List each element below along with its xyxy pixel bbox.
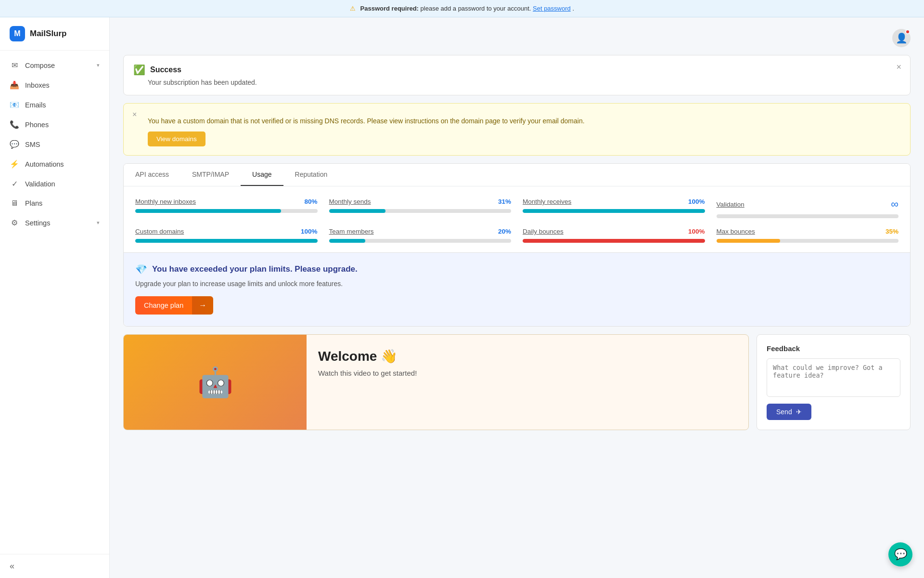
chat-bubble-button[interactable]: 💬 (888, 542, 912, 566)
sidebar-item-plans[interactable]: 🖥 Plans (0, 194, 109, 213)
usage-label[interactable]: Custom domains (135, 228, 184, 235)
feedback-title: Feedback (767, 344, 900, 353)
chevron-down-icon: ▾ (97, 220, 100, 226)
tab-reputation[interactable]: Reputation (283, 164, 339, 186)
usage-grid: Monthly new inboxes 80% Monthly sends 31… (124, 186, 910, 252)
usage-item-validation: Validation ∞ (717, 198, 899, 218)
usage-label[interactable]: Monthly new inboxes (135, 198, 196, 205)
usage-item-team-members: Team members 20% (329, 228, 512, 243)
welcome-card: 🤖 Welcome 👋 Watch this video to get star… (123, 334, 749, 430)
change-plan-arrow-icon: → (192, 296, 213, 315)
sidebar-item-label: Emails (25, 101, 100, 109)
tabs-header: API accessSMTP/IMAPUsageReputation (124, 164, 910, 186)
success-title: ✅ Success (133, 64, 900, 76)
upgrade-title: 💎 You have exceeded your plan limits. Pl… (135, 263, 898, 275)
usage-label[interactable]: Monthly receives (523, 198, 571, 205)
progress-bar-bg (329, 239, 512, 243)
sms-icon: 💬 (10, 140, 19, 149)
banner-prefix: Password required: (360, 5, 419, 12)
banner-suffix: . (572, 5, 574, 12)
usage-value: 20% (498, 228, 511, 235)
inboxes-icon: 📥 (10, 80, 19, 90)
close-warning-button[interactable]: × (132, 110, 137, 119)
sidebar: M MailSlurp ✉ Compose ▾ 📥 Inboxes 📧 Emai… (0, 17, 110, 578)
main-content: 👤 ✅ Success Your subscription has been u… (110, 17, 924, 578)
chevron-down-icon: ▾ (97, 62, 100, 68)
sidebar-item-label: Settings (25, 219, 91, 227)
sidebar-item-label: Compose (25, 62, 91, 69)
set-password-link[interactable]: Set password (533, 5, 571, 12)
feedback-input[interactable] (767, 358, 900, 397)
robot-emoji: 🤖 (197, 365, 233, 399)
sidebar-item-compose[interactable]: ✉ Compose ▾ (0, 55, 109, 75)
usage-tabs-card: API accessSMTP/IMAPUsageReputation Month… (123, 163, 911, 327)
sidebar-item-validation[interactable]: ✓ Validation (0, 174, 109, 194)
welcome-image: 🤖 (124, 335, 307, 430)
progress-bar-bg (523, 209, 705, 213)
usage-item-monthly-sends: Monthly sends 31% (329, 198, 512, 218)
view-domains-button[interactable]: View domains (148, 131, 205, 146)
send-label: Send (776, 408, 792, 416)
sidebar-item-label: Inboxes (25, 81, 100, 89)
progress-bar-bg (329, 209, 512, 213)
upgrade-section: 💎 You have exceeded your plan limits. Pl… (124, 252, 910, 326)
usage-value: 80% (304, 198, 317, 205)
sidebar-item-label: Automations (25, 160, 100, 168)
sidebar-item-label: SMS (25, 141, 100, 148)
success-alert: ✅ Success Your subscription has been upd… (123, 55, 911, 95)
settings-icon: ⚙ (10, 218, 19, 227)
usage-value: 100% (688, 228, 705, 235)
user-icon: 👤 (896, 32, 908, 44)
usage-item-monthly-new-inboxes: Monthly new inboxes 80% (135, 198, 318, 218)
password-banner: ⚠ Password required: please add a passwo… (0, 0, 924, 17)
user-avatar-button[interactable]: 👤 (892, 29, 911, 47)
welcome-row: 🤖 Welcome 👋 Watch this video to get star… (123, 334, 911, 430)
usage-item-max-bounces: Max bounces 35% (717, 228, 899, 243)
usage-item-daily-bounces: Daily bounces 100% (523, 228, 705, 243)
progress-bar-bg (135, 239, 318, 243)
usage-item-monthly-receives: Monthly receives 100% (523, 198, 705, 218)
sidebar-item-label: Phones (25, 121, 100, 129)
sidebar-item-settings[interactable]: ⚙ Settings ▾ (0, 213, 109, 233)
sidebar-collapse-btn[interactable]: « (0, 554, 109, 578)
usage-label[interactable]: Monthly sends (329, 198, 371, 205)
sidebar-item-label: Validation (25, 180, 100, 188)
progress-bar-bg (717, 239, 899, 243)
usage-value: 31% (498, 198, 511, 205)
upgrade-body: Upgrade your plan to increase usage limi… (135, 280, 898, 288)
sidebar-item-automations[interactable]: ⚡ Automations (0, 154, 109, 174)
tab-smtp-imap[interactable]: SMTP/IMAP (180, 164, 241, 186)
usage-label[interactable]: Team members (329, 228, 374, 235)
emails-icon: 📧 (10, 100, 19, 109)
warning-body: You have a custom domain that is not ver… (148, 117, 900, 125)
send-feedback-button[interactable]: Send ✈ (767, 404, 811, 420)
sidebar-item-inboxes[interactable]: 📥 Inboxes (0, 75, 109, 95)
success-icon: ✅ (133, 64, 145, 76)
usage-label[interactable]: Validation (717, 201, 744, 208)
usage-value: 100% (688, 198, 705, 205)
change-plan-button[interactable]: Change plan → (135, 296, 213, 315)
sidebar-item-emails[interactable]: 📧 Emails (0, 95, 109, 115)
sidebar-logo: M MailSlurp (0, 17, 109, 51)
success-body: Your subscription has been updated. (148, 79, 900, 86)
feedback-card: Feedback Send ✈ (757, 334, 911, 430)
close-success-button[interactable]: × (896, 62, 901, 72)
sidebar-item-sms[interactable]: 💬 SMS (0, 134, 109, 154)
diamond-icon: 💎 (135, 263, 147, 275)
usage-label[interactable]: Daily bounces (523, 228, 564, 235)
sidebar-nav: ✉ Compose ▾ 📥 Inboxes 📧 Emails 📞 Phones … (0, 51, 109, 554)
welcome-subtitle: Watch this video to get started! (318, 369, 737, 377)
compose-icon: ✉ (10, 61, 19, 70)
logo-text: MailSlurp (30, 29, 67, 39)
progress-bar-bg (523, 239, 705, 243)
infinity-icon: ∞ (891, 198, 898, 210)
send-icon: ✈ (796, 408, 802, 416)
tab-usage[interactable]: Usage (241, 164, 283, 186)
usage-label[interactable]: Max bounces (717, 228, 755, 235)
usage-value: 35% (886, 228, 898, 235)
change-plan-label: Change plan (135, 297, 192, 314)
warning-icon: ⚠ (350, 5, 356, 12)
usage-value: 100% (301, 228, 318, 235)
sidebar-item-phones[interactable]: 📞 Phones (0, 115, 109, 134)
tab-api-access[interactable]: API access (124, 164, 180, 186)
